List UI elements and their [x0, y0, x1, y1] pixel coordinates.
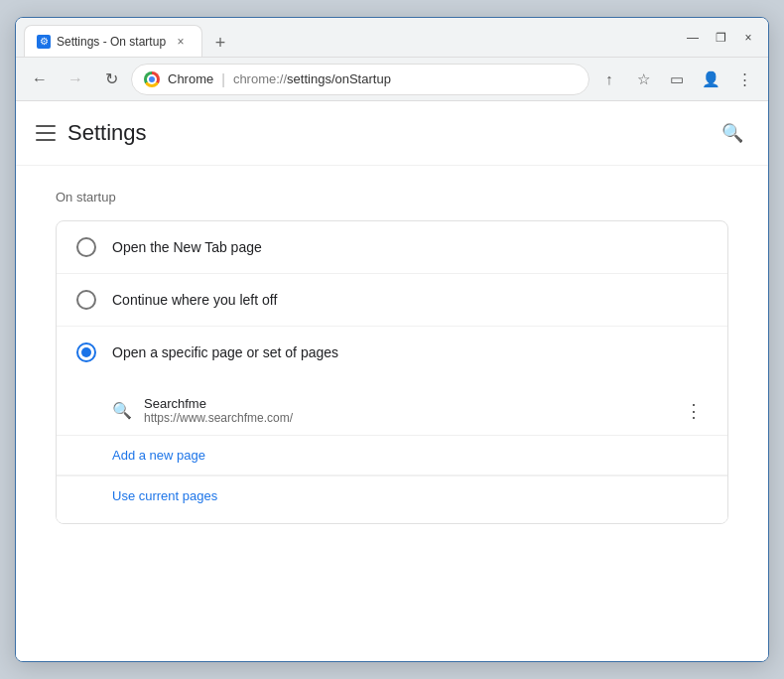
main-content: Settings 🔍 On startup Open the New Tab p… [16, 101, 768, 661]
address-bar[interactable]: Chrome | chrome://settings/onStartup [131, 64, 589, 95]
back-button[interactable]: ← [24, 64, 56, 95]
radio-continue[interactable] [76, 290, 96, 310]
radio-specific-page[interactable] [76, 342, 96, 362]
minimize-button[interactable]: — [681, 26, 705, 50]
hamburger-line-1 [36, 125, 56, 127]
address-divider: | [221, 71, 225, 87]
page-url: https://www.searchfme.com/ [144, 411, 668, 425]
bookmark-button[interactable]: ☆ [627, 64, 659, 95]
close-window-button[interactable]: × [736, 26, 760, 50]
profile-button[interactable]: 👤 [695, 64, 726, 95]
settings-search-button[interactable]: 🔍 [717, 117, 748, 149]
radio-inner-dot [81, 347, 91, 357]
option-new-tab[interactable]: Open the New Tab page [57, 221, 727, 274]
maximize-button[interactable]: ❐ [709, 26, 732, 50]
more-options-button[interactable]: ⋮ [728, 64, 760, 95]
page-name: Searchfme [144, 396, 668, 411]
option-new-tab-label: Open the New Tab page [112, 239, 262, 255]
option-specific-page[interactable]: Open a specific page or set of pages [57, 327, 727, 378]
forward-button[interactable]: → [60, 64, 91, 95]
window-controls: — ❐ × [681, 26, 760, 50]
tab-area: Settings - On startup × + [24, 18, 673, 57]
page-more-button[interactable]: ⋮ [680, 397, 708, 425]
new-tab-button[interactable]: + [206, 29, 234, 57]
url-path: settings/onStartup [287, 71, 391, 86]
settings-header: Settings 🔍 [16, 101, 768, 166]
title-bar: Settings - On startup × + — ❐ × [16, 18, 768, 58]
option-continue-label: Continue where you left off [112, 292, 277, 308]
hamburger-line-3 [36, 139, 56, 141]
hamburger-line-2 [36, 132, 56, 134]
tab-label: Settings - On startup [57, 35, 166, 49]
options-card: Open the New Tab page Continue where you… [56, 220, 728, 524]
active-tab[interactable]: Settings - On startup × [24, 25, 202, 57]
page-info: Searchfme https://www.searchfme.com/ [144, 396, 668, 425]
url-scheme: chrome:// [233, 71, 287, 86]
specific-pages-list: 🔍 Searchfme https://www.searchfme.com/ ⋮… [57, 378, 727, 523]
settings-page: Settings 🔍 On startup Open the New Tab p… [16, 101, 768, 661]
option-continue[interactable]: Continue where you left off [57, 274, 727, 327]
address-url: chrome://settings/onStartup [233, 71, 391, 86]
browser-name-label: Chrome [168, 71, 213, 86]
settings-content: On startup Open the New Tab page Continu… [16, 166, 768, 548]
radio-new-tab[interactable] [76, 237, 96, 257]
add-new-page-button[interactable]: Add a new page [57, 436, 727, 475]
tab-close-button[interactable]: × [172, 33, 190, 51]
tab-favicon [37, 35, 51, 49]
nav-bar: ← → ↻ Chrome | chrome://settings/onStart… [16, 58, 768, 101]
section-title: On startup [56, 190, 728, 204]
nav-actions: ↑ ☆ ▭ 👤 ⋮ [593, 64, 760, 95]
settings-title: Settings [67, 120, 147, 146]
page-entry: 🔍 Searchfme https://www.searchfme.com/ ⋮ [57, 386, 727, 436]
use-current-pages-button[interactable]: Use current pages [57, 475, 727, 515]
share-button[interactable]: ↑ [593, 64, 625, 95]
menu-icon[interactable] [36, 125, 56, 141]
sidebar-button[interactable]: ▭ [661, 64, 693, 95]
reload-button[interactable]: ↻ [95, 64, 127, 95]
option-specific-page-label: Open a specific page or set of pages [112, 344, 338, 360]
browser-window: Settings - On startup × + — ❐ × ← → ↻ Ch… [15, 17, 769, 662]
page-search-icon: 🔍 [112, 401, 132, 420]
chrome-logo-icon [144, 71, 160, 87]
